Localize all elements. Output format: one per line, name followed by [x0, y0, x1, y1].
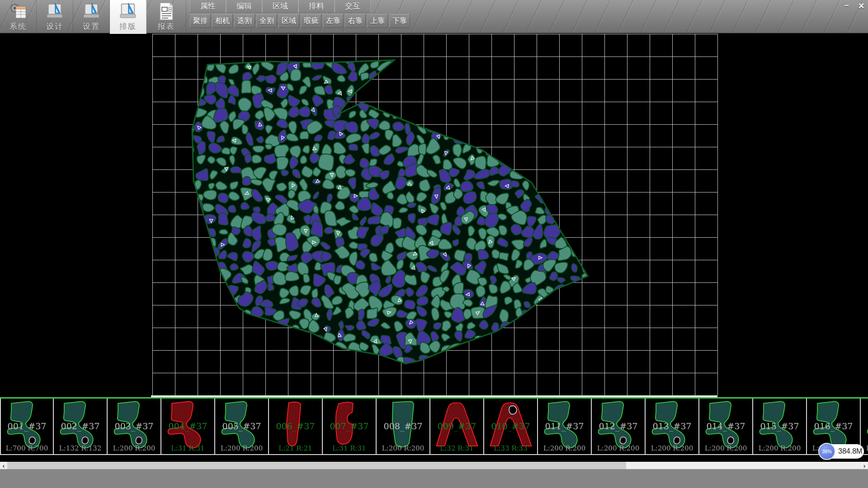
menu-tab-properties[interactable]: 属性: [190, 0, 226, 13]
piece-name: 009_#37: [430, 421, 483, 431]
piece-name: 012_#37: [592, 421, 645, 431]
piece-lr-count: L:200 R:200: [108, 444, 160, 452]
piece-lr-count: L:200 R:200: [592, 444, 645, 452]
piece-name: 008_#37: [377, 421, 429, 431]
tool-align-top[interactable]: 上靠: [367, 14, 388, 28]
thumbnail-cell[interactable]: 003_#37 L:200 R:200: [108, 399, 161, 454]
thumbnail-cell[interactable]: 008_#37 L:200 R:200: [377, 399, 430, 454]
piece-name: 010_#37: [484, 421, 537, 431]
tab-settings-label: 设置: [83, 21, 100, 32]
thumbnail-cell[interactable]: 014_#37 L:200 R:200: [699, 399, 753, 454]
piece-name: 016_#37: [807, 421, 860, 431]
piece-lr-count: L:200 R:200: [215, 444, 268, 452]
thumbnail-cell[interactable]: 004_#37 L:31 R:31: [161, 399, 215, 454]
menu-tab-region[interactable]: 区域: [262, 0, 298, 13]
scroll-left-arrow-icon[interactable]: ‹: [0, 462, 7, 469]
tool-align-left[interactable]: 左靠: [323, 14, 344, 28]
piece-name: 015_#37: [753, 421, 806, 431]
menu-tab-bar: 属性 编辑 区域 排料 交互: [190, 0, 371, 13]
report-document-icon: [157, 1, 175, 21]
horizontal-scrollbar[interactable]: ‹ ›: [0, 462, 868, 469]
titlebar: 系统 设计: [0, 0, 868, 34]
system-gear-icon: [9, 1, 27, 21]
minimize-button[interactable]: −: [842, 1, 852, 10]
tool-cut-all[interactable]: 全割: [256, 14, 277, 28]
tab-report-label: 报表: [158, 21, 175, 32]
piece-lr-count: L:200 R:200: [753, 444, 806, 452]
tool-camera[interactable]: 相机: [212, 14, 233, 28]
piece-lr-count: L:200 R:200: [699, 444, 752, 452]
piece-lr-count: L:31 R:31: [161, 444, 214, 452]
piece-lr-count: L:21 R:21: [269, 444, 322, 452]
tab-nesting[interactable]: 排版: [110, 0, 146, 34]
piece-name: 001_#37: [1, 421, 53, 431]
piece-lr-count: L:200 R:200: [377, 444, 429, 452]
thumbnail-cell[interactable]: 015_#37 L:200 R:200: [753, 399, 807, 454]
piece-name: 002_#37: [54, 421, 107, 431]
tool-region[interactable]: 区域: [278, 14, 299, 28]
memory-percent-circle: 38%: [818, 443, 835, 460]
thumbnail-cell[interactable]: 007_#37 L:31 R:31: [323, 399, 377, 454]
piece-lr-count: L:200 R:200: [538, 444, 591, 452]
nesting-canvas[interactable]: [0, 34, 868, 395]
thumbnail-cell[interactable]: 010_#37 L:33 R:33: [484, 399, 538, 454]
piece-name: 013_#37: [646, 421, 698, 431]
tab-nesting-label: 排版: [119, 21, 137, 32]
app-tab-bar: 系统 设计: [0, 0, 186, 34]
menu-tab-edit[interactable]: 编辑: [226, 0, 262, 13]
piece-name: 007_#37: [323, 421, 376, 431]
menu-tab-nest[interactable]: 排料: [298, 0, 335, 13]
tool-align-right[interactable]: 右靠: [345, 14, 366, 28]
window-controls: − ✕: [842, 1, 866, 10]
settings-ruler-icon: [82, 1, 100, 21]
memory-amount-label: 384.8M: [838, 444, 862, 459]
piece-name: 004_#37: [161, 421, 214, 431]
lower-gap: [0, 456, 868, 462]
thumbnail-cell[interactable]: 002_#37 L:132 R:132: [54, 399, 108, 454]
tool-select-cut[interactable]: 选割: [234, 14, 255, 28]
piece-lr-count: L:32 R:31: [430, 444, 483, 452]
piece-name: 014_#37: [699, 421, 752, 431]
tab-design-label: 设计: [46, 21, 63, 32]
close-button[interactable]: ✕: [856, 1, 866, 10]
piece-lr-count: L:200 R:200: [646, 444, 698, 452]
tool-defect[interactable]: 瑕疵: [301, 14, 321, 28]
thumbnail-cell[interactable]: 011_#37 L:200 R:200: [538, 399, 592, 454]
tool-cluster-nest[interactable]: 聚排: [190, 14, 211, 28]
piece-thumbnail-strip: 001_#37 L:700 R:700 002_#37 L:132 R:132 …: [0, 399, 868, 455]
tab-system[interactable]: 系统: [0, 0, 37, 34]
piece-lr-count: L:31 R:31: [323, 444, 376, 452]
thumbnail-cell[interactable]: 012_#37 L:200 R:200: [592, 399, 646, 454]
piece-name: 003_#37: [108, 421, 160, 431]
thumbnail-cell[interactable]: 009_#37 L:32 R:31: [430, 399, 484, 454]
thumbnail-cell[interactable]: 005_#37 L:200 R:200: [215, 399, 269, 454]
nesting-ruler-icon: [119, 1, 137, 21]
scrollbar-thumb[interactable]: [7, 462, 626, 469]
tool-button-bar: 聚排 相机 选割 全割 区域 瑕疵 左靠 右靠 上靠 下靠: [190, 14, 410, 28]
piece-lr-count: L:700 R:700: [1, 444, 53, 452]
piece-name: 005_#37: [215, 421, 268, 431]
workspace: [0, 34, 868, 395]
design-ruler-icon: [46, 1, 64, 21]
thumbnail-cell[interactable]: 001_#37 L:700 R:700: [0, 399, 54, 454]
application-window: 系统 设计: [0, 0, 868, 488]
tab-design[interactable]: 设计: [37, 0, 73, 34]
menu-tab-interact[interactable]: 交互: [335, 0, 371, 13]
thumbnail-cell[interactable]: 013_#37 L:200 R:200: [646, 399, 699, 454]
tab-report[interactable]: 报表: [146, 0, 186, 34]
piece-name: 011_#37: [538, 421, 591, 431]
scroll-right-arrow-icon[interactable]: ›: [861, 462, 868, 469]
piece-name: 017_#37: [861, 421, 868, 431]
memory-status-badge[interactable]: 38% 384.8M: [819, 444, 864, 459]
thumbnail-cell[interactable]: 006_#37 L:21 R:21: [269, 399, 323, 454]
tab-settings[interactable]: 设置: [73, 0, 110, 34]
piece-lr-count: L:33 R:33: [484, 444, 537, 452]
piece-lr-count: L:132 R:132: [54, 444, 107, 452]
tool-align-bottom[interactable]: 下靠: [389, 14, 410, 28]
piece-name: 006_#37: [269, 421, 322, 431]
footer-bar: [0, 469, 868, 488]
tab-system-label: 系统: [9, 21, 27, 32]
